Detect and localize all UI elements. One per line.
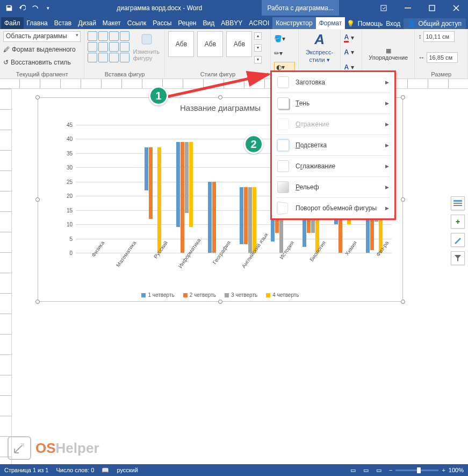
- change-shape-button: Изменить фигуру: [133, 31, 161, 62]
- share-button[interactable]: 👤Общий доступ: [404, 18, 466, 29]
- text-outline-button[interactable]: A▾: [344, 47, 358, 58]
- group-size: ↕10,11 см ↔16,85 см Размер: [415, 29, 468, 79]
- svg-rect-5: [453, 203, 462, 204]
- glow-icon: [277, 139, 289, 151]
- chart-elements-icon[interactable]: +: [451, 215, 465, 229]
- menu-item-glow[interactable]: Подсветка▶: [272, 135, 394, 155]
- zoom-slider[interactable]: [395, 470, 438, 471]
- qat-dropdown-icon[interactable]: ▾: [42, 2, 54, 14]
- tab-home[interactable]: Главна: [24, 17, 51, 29]
- quick-styles-label-1: Экспресс-: [306, 49, 333, 55]
- zoom-value[interactable]: 100%: [449, 467, 464, 473]
- shape-style-thumb[interactable]: Абв: [168, 31, 194, 57]
- status-proofing-icon[interactable]: 📖: [102, 467, 109, 474]
- svg-rect-0: [381, 5, 386, 11]
- watermark-os: OS: [35, 440, 56, 456]
- shadow-icon: [277, 97, 289, 109]
- resize-handle[interactable]: [35, 300, 40, 304]
- redo-icon[interactable]: [29, 2, 41, 14]
- close-icon[interactable]: [444, 0, 468, 16]
- page[interactable]: Название диаграммы 051015202530354045 Фи…: [12, 89, 468, 464]
- tab-acrobat[interactable]: ACROI: [246, 17, 272, 29]
- ribbon-options-icon[interactable]: [371, 0, 395, 16]
- resize-handle[interactable]: [35, 197, 40, 202]
- menu-item-preset[interactable]: Заготовка▶: [272, 72, 394, 93]
- status-language[interactable]: русский: [117, 467, 138, 473]
- chart-legend[interactable]: 1 четверть2 четверть3 четверть4 четверть: [38, 292, 402, 298]
- resize-handle[interactable]: [401, 300, 405, 304]
- chart-element-dropdown[interactable]: Область диаграммы: [3, 31, 81, 42]
- chart-side-buttons: +: [451, 196, 465, 265]
- reset-style-button[interactable]: ↺Восстановить стиль: [3, 57, 81, 68]
- quick-styles-button[interactable]: A Экспресс- стили ▾: [302, 31, 337, 63]
- help-icon[interactable]: 💡: [347, 20, 355, 27]
- svg-rect-6: [453, 205, 462, 206]
- zoom-out-icon[interactable]: −: [389, 467, 392, 473]
- shape-style-gallery[interactable]: Абв Абв Абв: [168, 31, 252, 65]
- tab-format[interactable]: Формат: [316, 17, 345, 29]
- gallery-scrollbar[interactable]: ▴▾▾: [254, 31, 262, 65]
- tab-view[interactable]: Вид: [199, 17, 218, 29]
- chart-tools-tab[interactable]: Работа с диаграмма...: [262, 0, 339, 16]
- view-print-icon[interactable]: ▭: [363, 467, 369, 474]
- tab-abbyy[interactable]: ABBYY: [218, 17, 246, 29]
- view-web-icon[interactable]: ▭: [376, 467, 381, 474]
- chart-styles-icon[interactable]: [451, 233, 465, 247]
- tab-review[interactable]: Рецен: [175, 17, 199, 29]
- text-fill-button[interactable]: A▾: [344, 32, 358, 43]
- tab-mailings[interactable]: Рассы: [149, 17, 175, 29]
- format-selection-button[interactable]: 🖉Формат выделенного: [3, 44, 81, 55]
- chart-filters-icon[interactable]: [451, 251, 465, 265]
- tab-references[interactable]: Ссылк: [124, 17, 150, 29]
- reflection-icon: [277, 118, 289, 130]
- resize-handle[interactable]: [218, 95, 222, 100]
- view-read-icon[interactable]: ▭: [350, 467, 356, 474]
- menu-item-soft-edges[interactable]: Сглаживание▶: [272, 156, 394, 176]
- watermark-helper: Helper: [56, 440, 99, 456]
- save-icon[interactable]: [3, 2, 15, 14]
- menu-item-3d-rotation[interactable]: Поворот объемной фигуры▶: [272, 198, 394, 218]
- zoom-in-icon[interactable]: +: [442, 467, 445, 473]
- resize-handle[interactable]: [401, 197, 405, 202]
- tab-file[interactable]: Файл: [1, 17, 24, 29]
- layout-options-icon[interactable]: [451, 196, 465, 210]
- tab-design[interactable]: Дизай: [75, 17, 99, 29]
- format-selection-label: Формат выделенного: [12, 46, 76, 53]
- minimize-icon[interactable]: [395, 0, 420, 16]
- ruler-vertical[interactable]: [0, 89, 12, 464]
- document-area: Название диаграммы 051015202530354045 Фи…: [0, 89, 468, 464]
- arrange-button[interactable]: ▦Упорядочение: [365, 31, 412, 76]
- resize-handle[interactable]: [218, 300, 222, 304]
- shape-outline-button[interactable]: ✏▾: [274, 48, 294, 59]
- undo-icon[interactable]: [16, 2, 28, 14]
- quick-styles-label-2: стили: [309, 56, 325, 63]
- login-label[interactable]: Вход: [386, 20, 400, 27]
- status-words[interactable]: Число слов: 0: [56, 467, 94, 473]
- width-input[interactable]: 16,85 см: [427, 52, 458, 63]
- zoom-control[interactable]: − + 100%: [389, 467, 464, 473]
- soft-edges-icon: [277, 160, 289, 172]
- resize-handle[interactable]: [401, 95, 405, 100]
- shape-fill-button[interactable]: 🪣▾: [274, 33, 294, 44]
- tab-layout[interactable]: Макет: [99, 17, 124, 29]
- watermark-logo-icon: [8, 436, 31, 460]
- window-controls: [371, 0, 468, 16]
- text-effects-button[interactable]: A▾: [344, 62, 358, 73]
- menu-item-bevel[interactable]: Рельеф▶: [272, 177, 394, 197]
- tab-constructor[interactable]: Конструктор: [272, 17, 315, 29]
- bevel-icon: [277, 181, 289, 193]
- resize-handle[interactable]: [35, 95, 40, 100]
- shape-style-thumb[interactable]: Абв: [197, 31, 223, 57]
- svg-rect-2: [429, 5, 435, 11]
- height-input[interactable]: 10,11 см: [423, 31, 455, 42]
- help-label[interactable]: Помощь: [358, 20, 383, 27]
- shape-gallery[interactable]: [88, 31, 129, 62]
- maximize-icon[interactable]: [420, 0, 444, 16]
- menu-item-reflection[interactable]: Отражение▶: [272, 114, 394, 134]
- height-icon: ↕: [418, 33, 421, 40]
- tab-insert[interactable]: Встав: [51, 17, 75, 29]
- menu-item-shadow[interactable]: Тень▶: [272, 93, 394, 113]
- ruler-horizontal[interactable]: [0, 79, 468, 89]
- status-page[interactable]: Страница 1 из 1: [4, 467, 48, 473]
- shape-style-thumb[interactable]: Абв: [226, 31, 252, 57]
